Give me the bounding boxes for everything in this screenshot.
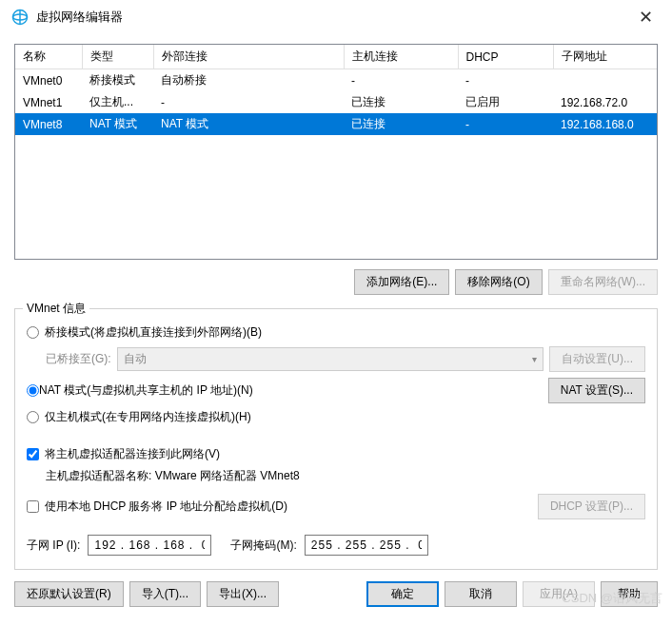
hostonly-radio-label: 仅主机模式(在专用网络内连接虚拟机)(H)	[45, 409, 251, 425]
help-button[interactable]: 帮助	[601, 581, 658, 607]
ok-button[interactable]: 确定	[366, 581, 439, 607]
hostonly-radio[interactable]	[27, 411, 39, 423]
close-button[interactable]: ✕	[631, 7, 661, 28]
vmnet-info-legend: VMnet 信息	[23, 301, 89, 317]
adapter-name-label: 主机虚拟适配器名称: VMware 网络适配器 VMnet8	[46, 468, 645, 484]
cancel-button[interactable]: 取消	[445, 581, 517, 607]
apply-button: 应用(A)	[523, 581, 595, 607]
col-type[interactable]: 类型	[82, 45, 153, 69]
export-button[interactable]: 导出(X)...	[207, 581, 279, 607]
subnet-ip-input[interactable]	[88, 535, 211, 556]
table-row[interactable]: VMnet1 仅主机... - 已连接 已启用 192.168.72.0	[15, 91, 657, 113]
remove-network-button[interactable]: 移除网络(O)	[455, 269, 542, 295]
col-external[interactable]: 外部连接	[153, 45, 344, 69]
chevron-down-icon: ▾	[532, 354, 537, 364]
subnet-ip-label: 子网 IP (I):	[27, 538, 80, 554]
bridged-to-select: 自动 ▾	[117, 347, 544, 371]
col-name[interactable]: 名称	[15, 45, 82, 69]
subnet-mask-input[interactable]	[305, 535, 428, 556]
col-dhcp[interactable]: DHCP	[458, 45, 553, 69]
bridged-to-label: 已桥接至(G):	[46, 351, 111, 367]
subnet-mask-label: 子网掩码(M):	[230, 538, 296, 554]
col-host[interactable]: 主机连接	[344, 45, 458, 69]
bridge-radio[interactable]	[27, 326, 39, 339]
connect-host-checkbox[interactable]	[27, 448, 39, 460]
dhcp-label: 使用本地 DHCP 服务将 IP 地址分配给虚拟机(D)	[45, 499, 287, 515]
network-table: 名称 类型 外部连接 主机连接 DHCP 子网地址 VMnet0 桥接模式 自动…	[14, 44, 658, 260]
connect-host-label: 将主机虚拟适配器连接到此网络(V)	[45, 446, 220, 462]
table-header-row: 名称 类型 外部连接 主机连接 DHCP 子网地址	[15, 45, 657, 69]
nat-radio-label: NAT 模式(与虚拟机共享主机的 IP 地址)(N)	[39, 382, 253, 399]
col-subnet[interactable]: 子网地址	[553, 45, 657, 69]
nat-radio[interactable]	[27, 384, 39, 397]
auto-settings-button: 自动设置(U)...	[549, 346, 645, 372]
dhcp-settings-button: DHCP 设置(P)...	[538, 494, 645, 519]
table-row-selected[interactable]: VMnet8 NAT 模式 NAT 模式 已连接 - 192.168.168.0	[15, 113, 657, 135]
dhcp-checkbox[interactable]	[27, 500, 39, 513]
restore-defaults-button[interactable]: 还原默认设置(R)	[14, 581, 124, 607]
bridge-radio-label: 桥接模式(将虚拟机直接连接到外部网络)(B)	[45, 324, 262, 341]
titlebar: 虚拟网络编辑器 ✕	[0, 0, 672, 34]
add-network-button[interactable]: 添加网络(E)...	[354, 269, 449, 295]
app-icon	[11, 9, 29, 26]
import-button[interactable]: 导入(T)...	[129, 581, 201, 607]
rename-network-button: 重命名网络(W)...	[548, 269, 658, 295]
table-row[interactable]: VMnet0 桥接模式 自动桥接 - -	[15, 69, 657, 92]
window-title: 虚拟网络编辑器	[36, 9, 631, 26]
nat-settings-button[interactable]: NAT 设置(S)...	[548, 378, 645, 403]
vmnet-info-group: VMnet 信息 桥接模式(将虚拟机直接连接到外部网络)(B) 已桥接至(G):…	[14, 308, 658, 570]
